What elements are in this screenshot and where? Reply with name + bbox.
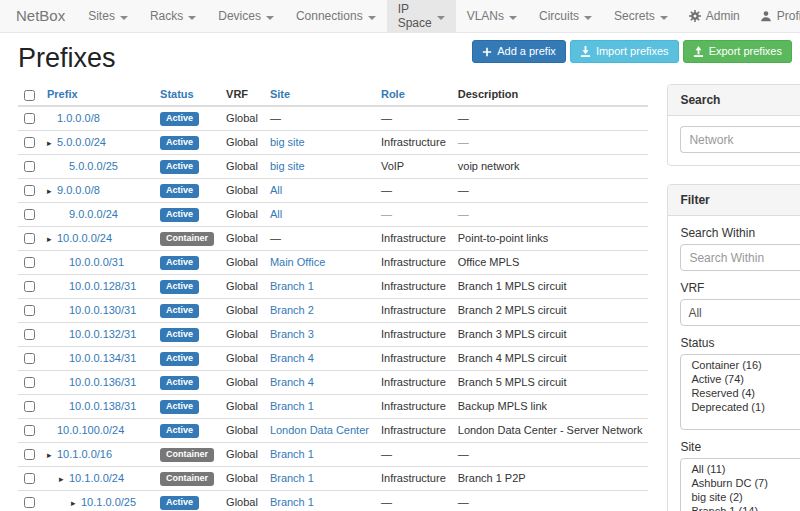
- nav-link-secrets[interactable]: Secrets: [603, 0, 679, 32]
- select-all-checkbox[interactable]: [24, 90, 35, 101]
- nav-link-profile[interactable]: Profile: [750, 0, 800, 32]
- description-cell: —: [452, 490, 649, 511]
- prefix-link[interactable]: 10.0.0.0/24: [57, 232, 112, 244]
- site-link[interactable]: All: [270, 184, 282, 196]
- nav-link-devices[interactable]: Devices: [207, 0, 285, 32]
- sort-site-link[interactable]: Site: [270, 88, 290, 100]
- row-checkbox[interactable]: [24, 497, 35, 508]
- nav-link-connections[interactable]: Connections: [285, 0, 387, 32]
- sort-prefix-link[interactable]: Prefix: [47, 88, 78, 100]
- page-title: Prefixes: [18, 43, 116, 74]
- row-checkbox[interactable]: [24, 161, 35, 172]
- vrf-select[interactable]: All: [680, 299, 800, 326]
- nav-link-vlans[interactable]: VLANs: [456, 0, 528, 32]
- row-checkbox[interactable]: [24, 257, 35, 268]
- add-prefix-button[interactable]: Add a prefix: [472, 40, 566, 63]
- nav-label: VLANs: [467, 9, 504, 23]
- status-badge: Active: [160, 256, 199, 270]
- site-link[interactable]: Branch 4: [270, 352, 314, 364]
- listbox-option[interactable]: Deprecated (1): [681, 400, 800, 414]
- description-cell: voip network: [452, 154, 649, 178]
- nav-link-circuits[interactable]: Circuits: [528, 0, 603, 32]
- prefix-link[interactable]: 5.0.0.0/24: [57, 136, 106, 148]
- site-link[interactable]: Branch 1: [270, 496, 314, 508]
- listbox-option[interactable]: Reserved (4): [681, 386, 800, 400]
- row-checkbox[interactable]: [24, 449, 35, 460]
- listbox-option[interactable]: Ashburn DC (7): [681, 476, 800, 490]
- search-panel: Search: [667, 84, 800, 166]
- import-prefixes-button[interactable]: Import prefixes: [570, 40, 679, 63]
- prefix-link[interactable]: 10.0.0.136/31: [69, 376, 136, 388]
- nav-link-ip-space[interactable]: IP Space: [387, 0, 456, 32]
- prefix-link[interactable]: 10.0.0.0/31: [69, 256, 124, 268]
- listbox-option[interactable]: big site (2): [681, 490, 800, 504]
- description-cell: Branch 1 MPLS circuit: [452, 274, 649, 298]
- listbox-option[interactable]: Active (74): [681, 372, 800, 386]
- prefix-link[interactable]: 10.1.0.0/16: [57, 448, 112, 460]
- site-cell: London Data Center: [264, 418, 375, 442]
- sort-status-link[interactable]: Status: [160, 88, 194, 100]
- row-checkbox[interactable]: [24, 425, 35, 436]
- row-checkbox[interactable]: [24, 329, 35, 340]
- brand-logo[interactable]: NetBox: [6, 0, 77, 32]
- nav-item-racks: Racks: [139, 0, 207, 32]
- search-within-input[interactable]: [680, 244, 800, 271]
- row-checkbox[interactable]: [24, 305, 35, 316]
- listbox-option[interactable]: All (11): [681, 462, 800, 476]
- prefix-link[interactable]: 9.0.0.0/24: [69, 208, 118, 220]
- listbox-option[interactable]: Branch 1 (14): [681, 504, 800, 511]
- site-link[interactable]: Branch 3: [270, 328, 314, 340]
- row-checkbox[interactable]: [24, 401, 35, 412]
- prefix-link[interactable]: 9.0.0.0/8: [57, 184, 100, 196]
- site-link[interactable]: All: [270, 208, 282, 220]
- prefix-link[interactable]: 10.1.0.0/24: [69, 472, 124, 484]
- prefix-link[interactable]: 10.0.0.128/31: [69, 280, 136, 292]
- gear-icon: [689, 10, 701, 22]
- nav-link-sites[interactable]: Sites: [77, 0, 139, 32]
- site-link[interactable]: Branch 1: [270, 472, 314, 484]
- site-link[interactable]: big site: [270, 136, 305, 148]
- row-checkbox[interactable]: [24, 377, 35, 388]
- row-checkbox[interactable]: [24, 137, 35, 148]
- site-listbox[interactable]: All (11)Ashburn DC (7)big site (2)Branch…: [680, 458, 800, 511]
- status-badge: Active: [160, 184, 199, 198]
- prefix-link[interactable]: 10.0.0.134/31: [69, 352, 136, 364]
- row-checkbox[interactable]: [24, 233, 35, 244]
- site-link[interactable]: Branch 1: [270, 400, 314, 412]
- sort-role-link[interactable]: Role: [381, 88, 405, 100]
- caret-down-icon: [120, 9, 128, 23]
- nav-label: Sites: [88, 9, 115, 23]
- site-link[interactable]: Branch 2: [270, 304, 314, 316]
- site-link[interactable]: Main Office: [270, 256, 325, 268]
- site-link[interactable]: Branch 1: [270, 280, 314, 292]
- listbox-option[interactable]: Container (16): [681, 358, 800, 372]
- caret-down-icon: [188, 9, 196, 23]
- row-checkbox[interactable]: [24, 185, 35, 196]
- prefix-link[interactable]: 10.0.0.132/31: [69, 328, 136, 340]
- row-checkbox[interactable]: [24, 209, 35, 220]
- nav-link-admin[interactable]: Admin: [679, 0, 750, 32]
- site-link[interactable]: London Data Center: [270, 424, 369, 436]
- site-link[interactable]: Branch 1: [270, 448, 314, 460]
- prefix-link[interactable]: 1.0.0.0/8: [57, 112, 100, 124]
- row-checkbox[interactable]: [24, 353, 35, 364]
- search-input[interactable]: [680, 126, 800, 153]
- prefix-link[interactable]: 5.0.0.0/25: [69, 160, 118, 172]
- sidebar: Search Filter Search Within VRF: [667, 84, 800, 511]
- caret-down-icon: [266, 9, 274, 23]
- site-link[interactable]: Branch 4: [270, 376, 314, 388]
- export-prefixes-button[interactable]: Export prefixes: [683, 40, 792, 63]
- prefix-link[interactable]: 10.0.0.130/31: [69, 304, 136, 316]
- prefix-link[interactable]: 10.0.100.0/24: [57, 424, 124, 436]
- prefix-link[interactable]: 10.0.0.138/31: [69, 400, 136, 412]
- row-checkbox[interactable]: [24, 113, 35, 124]
- status-listbox[interactable]: Container (16)Active (74)Reserved (4)Dep…: [680, 354, 800, 430]
- row-checkbox[interactable]: [24, 281, 35, 292]
- prefix-link[interactable]: 10.1.0.0/25: [81, 496, 136, 508]
- status-badge: Active: [160, 424, 199, 438]
- nav-label: Profile: [777, 9, 800, 23]
- nav-link-racks[interactable]: Racks: [139, 0, 207, 32]
- row-checkbox[interactable]: [24, 473, 35, 484]
- site-link[interactable]: big site: [270, 160, 305, 172]
- status-badge: Active: [160, 280, 199, 294]
